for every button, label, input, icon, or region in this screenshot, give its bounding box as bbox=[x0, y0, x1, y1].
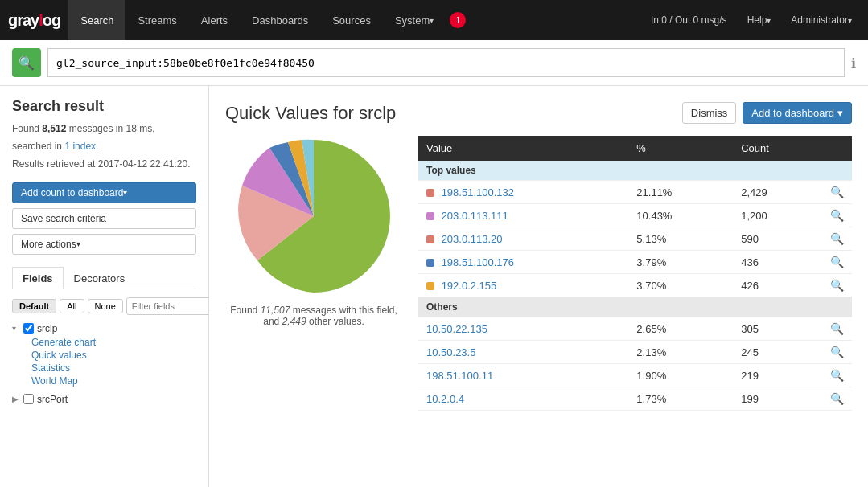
cell-percent: 2.13% bbox=[628, 341, 733, 364]
zoom-cell: 🔍 bbox=[822, 387, 852, 411]
cell-percent: 5.13% bbox=[628, 227, 733, 251]
search-result-title: Search result bbox=[12, 98, 196, 115]
add-to-dashboard-button[interactable]: Add to dashboard ▾ bbox=[743, 102, 852, 124]
nav-item-alerts[interactable]: Alerts bbox=[189, 0, 240, 40]
save-search-criteria-button[interactable]: Save search criteria bbox=[12, 208, 196, 229]
time-ms: 18 ms bbox=[125, 123, 152, 134]
search-bar: 🔍 ℹ bbox=[0, 40, 868, 86]
srclp-toggle[interactable]: ▾ bbox=[12, 324, 20, 333]
tab-fields[interactable]: Fields bbox=[12, 267, 64, 289]
table-header-row: Value % Count bbox=[418, 136, 852, 161]
logo-text: graylog bbox=[8, 11, 60, 30]
cell-count: 219 bbox=[733, 364, 822, 387]
col-value: Value bbox=[418, 136, 628, 161]
table-row: 10.2.0.4 1.73% 199 🔍 bbox=[418, 387, 852, 411]
tab-decorators[interactable]: Decorators bbox=[64, 267, 136, 289]
color-dot bbox=[426, 212, 434, 220]
index-link[interactable]: 1 index bbox=[64, 141, 96, 152]
zoom-icon[interactable]: 🔍 bbox=[830, 346, 844, 358]
cell-percent: 1.73% bbox=[628, 387, 733, 411]
search-options-icon[interactable]: ℹ bbox=[851, 55, 856, 71]
zoom-cell: 🔍 bbox=[822, 274, 852, 297]
filter-none-button[interactable]: None bbox=[88, 299, 123, 313]
cell-value: 10.50.22.135 bbox=[418, 317, 628, 341]
value-link[interactable]: 10.50.23.5 bbox=[426, 346, 475, 358]
cell-value: 198.51.100.132 bbox=[418, 181, 628, 204]
field-group-srclp: ▾ srclp Generate chart Quick values Stat… bbox=[12, 321, 196, 387]
add-to-dashboard-label: Add to dashboard bbox=[751, 107, 834, 119]
cell-value: 198.51.100.176 bbox=[418, 251, 628, 274]
value-link[interactable]: 198.51.100.11 bbox=[426, 370, 493, 382]
srclp-checkbox[interactable] bbox=[23, 323, 34, 334]
zoom-icon[interactable]: 🔍 bbox=[830, 369, 844, 382]
col-count: Count bbox=[733, 136, 822, 161]
zoom-icon[interactable]: 🔍 bbox=[830, 209, 844, 222]
value-link[interactable]: 198.51.100.176 bbox=[442, 256, 514, 268]
nav-item-sources[interactable]: Sources bbox=[320, 0, 383, 40]
cell-count: 426 bbox=[733, 274, 822, 297]
value-link[interactable]: 203.0.113.111 bbox=[442, 210, 508, 222]
sidebar-actions: Add count to dashboard Save search crite… bbox=[12, 182, 196, 255]
zoom-icon[interactable]: 🔍 bbox=[830, 279, 844, 292]
table-row: 203.0.113.111 10.43% 1,200 🔍 bbox=[418, 204, 852, 227]
cell-value: 203.0.113.20 bbox=[418, 227, 628, 251]
cell-percent: 2.65% bbox=[628, 317, 733, 341]
zoom-icon[interactable]: 🔍 bbox=[830, 232, 844, 245]
srclp-links: Generate chart Quick values Statistics W… bbox=[12, 336, 196, 387]
srclp-quick-values-link[interactable]: Quick values bbox=[31, 349, 196, 362]
cell-count: 1,200 bbox=[733, 204, 822, 227]
add-count-dashboard-button[interactable]: Add count to dashboard bbox=[12, 182, 196, 203]
col-percent: % bbox=[628, 136, 733, 161]
cell-percent: 1.90% bbox=[628, 364, 733, 387]
filter-all-button[interactable]: All bbox=[60, 299, 84, 313]
color-dot bbox=[426, 235, 434, 244]
nav-item-search[interactable]: Search bbox=[68, 0, 125, 40]
srcport-toggle[interactable]: ▶ bbox=[12, 395, 20, 403]
table-row: 10.50.23.5 2.13% 245 🔍 bbox=[418, 341, 852, 364]
value-link[interactable]: 10.2.0.4 bbox=[426, 393, 464, 405]
srclp-label: srclp bbox=[37, 323, 57, 334]
filter-default-button[interactable]: Default bbox=[12, 299, 56, 313]
filter-fields-input[interactable] bbox=[126, 297, 209, 315]
srclp-statistics-link[interactable]: Statistics bbox=[31, 362, 196, 374]
others-label: Others bbox=[418, 297, 852, 317]
nav-msg-rate: In 0 / Out 0 msg/s bbox=[643, 0, 735, 40]
field-item-srcport: ▶ srcPort bbox=[12, 392, 196, 407]
chart-caption-post: other values. bbox=[309, 316, 364, 327]
main-layout: Search result Found 8,512 messages in 18… bbox=[0, 86, 868, 487]
zoom-cell: 🔍 bbox=[822, 204, 852, 227]
field-group-srcport: ▶ srcPort bbox=[12, 392, 196, 407]
value-link[interactable]: 10.50.22.135 bbox=[426, 323, 487, 335]
search-input[interactable] bbox=[47, 48, 845, 77]
value-link[interactable]: 198.51.100.132 bbox=[442, 186, 514, 198]
nav-item-system[interactable]: System bbox=[383, 0, 446, 40]
zoom-icon[interactable]: 🔍 bbox=[830, 186, 844, 198]
zoom-cell: 🔍 bbox=[822, 364, 852, 387]
filter-row: Default All None bbox=[12, 297, 196, 315]
nav-admin[interactable]: Administrator bbox=[783, 0, 860, 40]
zoom-icon[interactable]: 🔍 bbox=[830, 256, 844, 268]
header-buttons: Dismiss Add to dashboard ▾ bbox=[682, 102, 852, 124]
value-link[interactable]: 192.0.2.155 bbox=[442, 280, 497, 292]
cell-count: 2,429 bbox=[733, 181, 822, 204]
cell-percent: 10.43% bbox=[628, 204, 733, 227]
value-link[interactable]: 203.0.113.20 bbox=[442, 233, 503, 245]
search-button[interactable]: 🔍 bbox=[12, 48, 41, 77]
nav-item-streams[interactable]: Streams bbox=[125, 0, 188, 40]
srclp-generate-chart-link[interactable]: Generate chart bbox=[31, 336, 196, 349]
chart-caption-count: 11,507 bbox=[261, 305, 290, 316]
zoom-icon[interactable]: 🔍 bbox=[830, 392, 844, 405]
dismiss-button[interactable]: Dismiss bbox=[682, 102, 737, 124]
nav-help[interactable]: Help bbox=[739, 0, 780, 40]
nav-item-dashboards[interactable]: Dashboards bbox=[240, 0, 320, 40]
zoom-icon[interactable]: 🔍 bbox=[830, 322, 844, 335]
found-label: messages bbox=[69, 123, 113, 134]
table-body: Top values 198.51.100.132 21.11% 2,429 🔍… bbox=[418, 161, 852, 411]
more-actions-button[interactable]: More actions bbox=[12, 234, 196, 255]
cell-value: 10.50.23.5 bbox=[418, 341, 628, 364]
table-row: 192.0.2.155 3.70% 426 🔍 bbox=[418, 274, 852, 297]
srclp-world-map-link[interactable]: World Map bbox=[31, 374, 196, 387]
srcport-checkbox[interactable] bbox=[23, 394, 34, 404]
chart-caption-other: 2,449 bbox=[282, 316, 306, 327]
color-dot bbox=[426, 189, 434, 197]
